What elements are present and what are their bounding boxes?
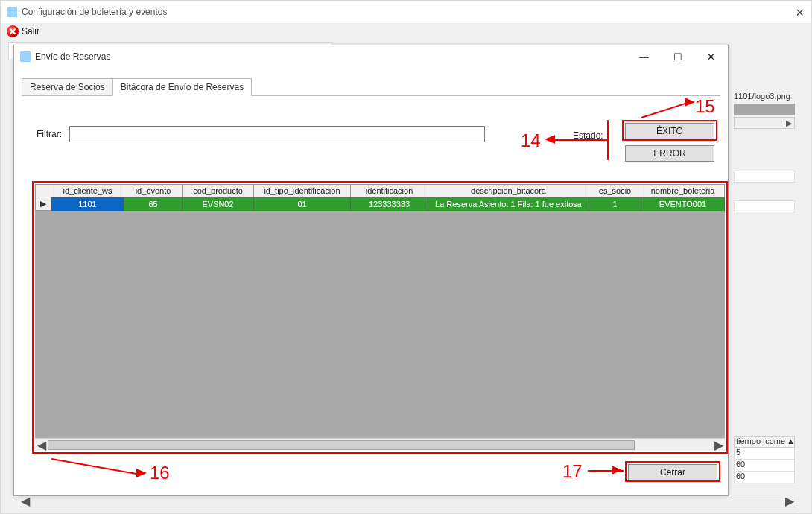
annotation-arrow-16 [51, 458, 140, 475]
parent-titlebar: Configuración de boletería y eventos [1, 1, 811, 23]
col-header[interactable]: id_evento [124, 184, 183, 197]
cell[interactable]: 1101 [51, 197, 124, 211]
bitacora-grid[interactable]: id_cliente_ws id_evento cod_producto id_… [35, 184, 725, 451]
right-strip-slot [734, 200, 795, 212]
cerrar-button[interactable]: Cerrar [628, 464, 717, 480]
col-header[interactable]: id_cliente_ws [51, 184, 124, 197]
row-selector-icon[interactable]: ▶ [35, 197, 51, 211]
grid-corner[interactable] [35, 184, 51, 197]
right-strip: 1101/logo3.png ▶ [734, 90, 795, 212]
right-strip-scroll[interactable]: ▶ [734, 117, 795, 129]
bg-peek-row: 60 [734, 472, 795, 483]
toolbar: Salir [1, 23, 811, 39]
annotation-17: 17 [562, 461, 583, 482]
cell[interactable]: La Reserva Asiento: 1 Fila: 1 fue exitos… [428, 197, 589, 211]
col-header[interactable]: nombre_boleteria [641, 184, 725, 197]
exit-icon[interactable] [7, 25, 19, 37]
estado-label: Estado: [573, 130, 603, 141]
scroll-thumb[interactable] [48, 440, 635, 450]
annotation-16: 16 [150, 463, 170, 483]
right-strip-slot [734, 171, 795, 183]
dialog-envio-reservas: Envío de Reservas — ☐ ✕ Reserva de Socio… [13, 45, 729, 496]
tab-reserva-socios[interactable]: Reserva de Socios [22, 78, 113, 96]
col-header[interactable]: descripcion_bitacora [428, 184, 589, 197]
chevron-right-icon[interactable]: ▶ [785, 119, 793, 127]
parent-close-icon[interactable]: × [796, 5, 804, 21]
exito-button[interactable]: ÉXITO [625, 123, 714, 139]
tab-bitacora[interactable]: Bitácora de Envío de Reservas [112, 78, 252, 96]
dialog-icon [20, 51, 31, 62]
right-strip-filename: 1101/logo3.png [734, 90, 795, 102]
tabs: Reserva de Socios Bitácora de Envío de R… [22, 78, 251, 96]
filter-row: Filtrar: [37, 126, 485, 142]
chevron-left-icon[interactable]: ◀ [35, 439, 48, 451]
bg-peek-row: 60 [734, 460, 795, 472]
window-buttons: — ☐ ✕ [627, 45, 728, 68]
cell[interactable]: 123333333 [351, 197, 428, 211]
cell[interactable]: 01 [254, 197, 351, 211]
parent-h-scroll[interactable]: ◀ ▶ [19, 495, 796, 507]
dialog-title: Envío de Reservas [35, 51, 110, 62]
annotation-14: 14 [521, 130, 541, 151]
chevron-up-icon[interactable]: ▲ [785, 437, 794, 447]
bg-peek-row: 5 [734, 448, 795, 460]
cell[interactable]: EVENTO001 [641, 197, 725, 211]
grid-header: id_cliente_ws id_evento cod_producto id_… [35, 184, 725, 197]
app-icon [7, 7, 17, 17]
chevron-right-icon[interactable]: ▶ [712, 439, 725, 451]
cell[interactable]: 1 [589, 197, 641, 211]
annotation-arrow-17 [588, 470, 624, 472]
annotation-arrow-15 [641, 102, 688, 118]
error-button[interactable]: ERROR [625, 145, 714, 162]
table-row[interactable]: ▶ 1101 65 EVSN02 01 123333333 La Reserva… [35, 197, 725, 211]
filter-input[interactable] [69, 126, 485, 142]
arrow-head-icon [136, 469, 147, 477]
parent-title: Configuración de boletería y eventos [22, 7, 167, 17]
col-header[interactable]: identificacion [351, 184, 428, 197]
bg-peek-grid: tiempo_come ▲ 5 60 60 [734, 436, 795, 483]
col-header[interactable]: cod_producto [183, 184, 254, 197]
col-header[interactable]: es_socio [589, 184, 641, 197]
cell[interactable]: EVSN02 [183, 197, 254, 211]
close-button[interactable]: ✕ [694, 45, 728, 68]
cell[interactable]: 65 [124, 197, 183, 211]
bg-peek-header: tiempo_come ▲ [734, 436, 795, 448]
chevron-left-icon[interactable]: ◀ [19, 495, 31, 507]
col-header[interactable]: id_tipo_identificacion [254, 184, 351, 197]
chevron-right-icon[interactable]: ▶ [784, 495, 796, 507]
dialog-titlebar[interactable]: Envío de Reservas — ☐ ✕ [14, 45, 728, 68]
grid-h-scroll[interactable]: ◀ ▶ [35, 438, 725, 451]
arrow-head-icon [545, 135, 555, 144]
annotation-line-14 [607, 120, 609, 160]
arrow-head-icon [612, 466, 622, 475]
filter-label: Filtrar: [37, 129, 62, 139]
annotation-15: 15 [695, 96, 715, 117]
exit-label[interactable]: Salir [22, 26, 39, 37]
right-strip-bar [734, 104, 795, 115]
minimize-button[interactable]: — [627, 45, 661, 68]
arrow-head-icon [685, 98, 695, 107]
maximize-button[interactable]: ☐ [661, 45, 694, 68]
bg-peek-col: tiempo_come [735, 437, 785, 447]
